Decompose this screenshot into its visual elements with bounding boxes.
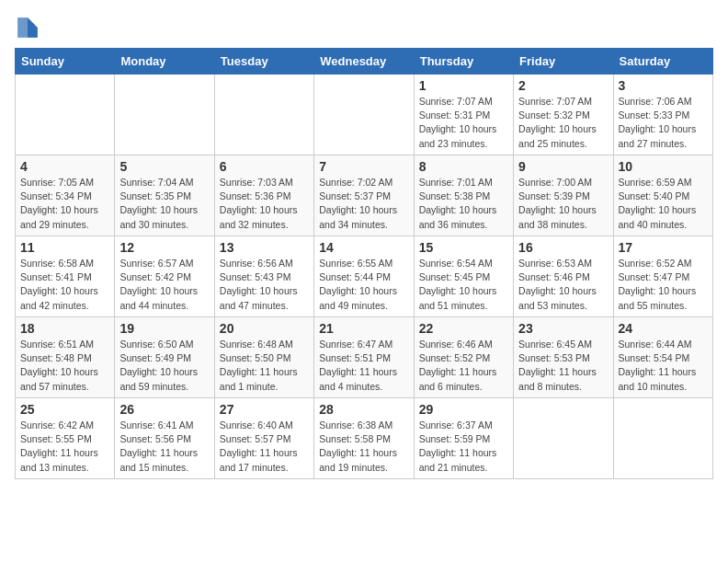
calendar-cell: 14Sunrise: 6:55 AM Sunset: 5:44 PM Dayli… [314, 236, 414, 317]
day-info: Sunrise: 6:51 AM Sunset: 5:48 PM Dayligh… [20, 338, 109, 394]
day-number: 6 [220, 159, 309, 174]
calendar-cell [214, 75, 313, 155]
day-info: Sunrise: 7:06 AM Sunset: 5:33 PM Dayligh… [619, 95, 708, 151]
calendar-cell: 22Sunrise: 6:46 AM Sunset: 5:52 PM Dayli… [414, 317, 513, 398]
calendar-header-row: SundayMondayTuesdayWednesdayThursdayFrid… [16, 49, 713, 75]
day-number: 20 [220, 321, 309, 336]
day-number: 3 [619, 78, 708, 93]
calendar-cell: 4Sunrise: 7:05 AM Sunset: 5:34 PM Daylig… [16, 155, 115, 236]
day-info: Sunrise: 6:58 AM Sunset: 5:41 PM Dayligh… [20, 257, 109, 313]
page-header [15, 15, 713, 40]
weekday-header-wednesday: Wednesday [314, 49, 414, 75]
day-number: 24 [619, 321, 708, 336]
calendar-cell: 10Sunrise: 6:59 AM Sunset: 5:40 PM Dayli… [613, 155, 712, 236]
day-info: Sunrise: 6:37 AM Sunset: 5:59 PM Dayligh… [419, 419, 508, 475]
day-info: Sunrise: 7:00 AM Sunset: 5:39 PM Dayligh… [518, 176, 608, 232]
calendar-week-5: 25Sunrise: 6:42 AM Sunset: 5:55 PM Dayli… [16, 398, 713, 479]
day-number: 2 [518, 78, 608, 93]
day-info: Sunrise: 6:45 AM Sunset: 5:53 PM Dayligh… [518, 338, 608, 394]
day-number: 16 [518, 240, 608, 255]
day-number: 25 [20, 402, 109, 417]
calendar-cell: 15Sunrise: 6:54 AM Sunset: 5:45 PM Dayli… [414, 236, 513, 317]
day-number: 10 [619, 159, 708, 174]
day-number: 9 [518, 159, 608, 174]
day-number: 21 [319, 321, 408, 336]
weekday-header-tuesday: Tuesday [214, 49, 313, 75]
calendar-cell: 21Sunrise: 6:47 AM Sunset: 5:51 PM Dayli… [314, 317, 414, 398]
day-info: Sunrise: 6:55 AM Sunset: 5:44 PM Dayligh… [319, 257, 408, 313]
calendar-cell: 8Sunrise: 7:01 AM Sunset: 5:38 PM Daylig… [414, 155, 513, 236]
day-info: Sunrise: 7:04 AM Sunset: 5:35 PM Dayligh… [119, 176, 209, 232]
calendar-cell: 5Sunrise: 7:04 AM Sunset: 5:35 PM Daylig… [115, 155, 214, 236]
day-number: 12 [119, 240, 209, 255]
day-info: Sunrise: 6:56 AM Sunset: 5:43 PM Dayligh… [220, 257, 309, 313]
day-info: Sunrise: 6:44 AM Sunset: 5:54 PM Dayligh… [619, 338, 708, 394]
calendar-cell [613, 398, 712, 479]
day-info: Sunrise: 6:38 AM Sunset: 5:58 PM Dayligh… [319, 419, 408, 475]
calendar-cell: 11Sunrise: 6:58 AM Sunset: 5:41 PM Dayli… [16, 236, 115, 317]
logo-icon [15, 15, 40, 40]
day-info: Sunrise: 6:59 AM Sunset: 5:40 PM Dayligh… [619, 176, 708, 232]
svg-marker-0 [28, 17, 38, 28]
day-info: Sunrise: 7:07 AM Sunset: 5:31 PM Dayligh… [419, 95, 508, 151]
calendar-cell: 2Sunrise: 7:07 AM Sunset: 5:32 PM Daylig… [514, 75, 613, 155]
day-number: 23 [518, 321, 608, 336]
day-number: 13 [220, 240, 309, 255]
calendar-cell: 18Sunrise: 6:51 AM Sunset: 5:48 PM Dayli… [16, 317, 115, 398]
calendar-cell: 24Sunrise: 6:44 AM Sunset: 5:54 PM Dayli… [613, 317, 712, 398]
calendar-cell [314, 75, 414, 155]
calendar-table: SundayMondayTuesdayWednesdayThursdayFrid… [15, 48, 713, 479]
weekday-header-monday: Monday [115, 49, 214, 75]
day-number: 11 [20, 240, 109, 255]
calendar-cell: 27Sunrise: 6:40 AM Sunset: 5:57 PM Dayli… [214, 398, 313, 479]
calendar-week-1: 1Sunrise: 7:07 AM Sunset: 5:31 PM Daylig… [16, 75, 713, 155]
calendar-week-4: 18Sunrise: 6:51 AM Sunset: 5:48 PM Dayli… [16, 317, 713, 398]
calendar-cell: 7Sunrise: 7:02 AM Sunset: 5:37 PM Daylig… [314, 155, 414, 236]
calendar-cell: 26Sunrise: 6:41 AM Sunset: 5:56 PM Dayli… [115, 398, 214, 479]
day-number: 15 [419, 240, 508, 255]
day-info: Sunrise: 6:47 AM Sunset: 5:51 PM Dayligh… [319, 338, 408, 394]
calendar-cell: 25Sunrise: 6:42 AM Sunset: 5:55 PM Dayli… [16, 398, 115, 479]
calendar-week-2: 4Sunrise: 7:05 AM Sunset: 5:34 PM Daylig… [16, 155, 713, 236]
svg-marker-2 [17, 17, 28, 38]
day-info: Sunrise: 7:02 AM Sunset: 5:37 PM Dayligh… [319, 176, 408, 232]
calendar-cell: 1Sunrise: 7:07 AM Sunset: 5:31 PM Daylig… [414, 75, 513, 155]
calendar-cell: 12Sunrise: 6:57 AM Sunset: 5:42 PM Dayli… [115, 236, 214, 317]
day-info: Sunrise: 6:57 AM Sunset: 5:42 PM Dayligh… [119, 257, 209, 313]
day-number: 27 [220, 402, 309, 417]
calendar-cell: 16Sunrise: 6:53 AM Sunset: 5:46 PM Dayli… [514, 236, 613, 317]
day-number: 18 [20, 321, 109, 336]
day-number: 4 [20, 159, 109, 174]
day-info: Sunrise: 6:52 AM Sunset: 5:47 PM Dayligh… [619, 257, 708, 313]
weekday-header-friday: Friday [514, 49, 613, 75]
day-info: Sunrise: 6:54 AM Sunset: 5:45 PM Dayligh… [419, 257, 508, 313]
day-number: 26 [119, 402, 209, 417]
day-info: Sunrise: 6:41 AM Sunset: 5:56 PM Dayligh… [119, 419, 209, 475]
calendar-cell: 13Sunrise: 6:56 AM Sunset: 5:43 PM Dayli… [214, 236, 313, 317]
calendar-cell: 3Sunrise: 7:06 AM Sunset: 5:33 PM Daylig… [613, 75, 712, 155]
calendar-cell [16, 75, 115, 155]
calendar-week-3: 11Sunrise: 6:58 AM Sunset: 5:41 PM Dayli… [16, 236, 713, 317]
calendar-cell [115, 75, 214, 155]
day-number: 29 [419, 402, 508, 417]
calendar-cell: 17Sunrise: 6:52 AM Sunset: 5:47 PM Dayli… [613, 236, 712, 317]
day-number: 5 [119, 159, 209, 174]
day-info: Sunrise: 6:50 AM Sunset: 5:49 PM Dayligh… [119, 338, 209, 394]
weekday-header-saturday: Saturday [613, 49, 712, 75]
day-number: 28 [319, 402, 408, 417]
day-info: Sunrise: 7:05 AM Sunset: 5:34 PM Dayligh… [20, 176, 109, 232]
calendar-cell: 9Sunrise: 7:00 AM Sunset: 5:39 PM Daylig… [514, 155, 613, 236]
day-number: 22 [419, 321, 508, 336]
calendar-cell: 28Sunrise: 6:38 AM Sunset: 5:58 PM Dayli… [314, 398, 414, 479]
day-info: Sunrise: 6:42 AM Sunset: 5:55 PM Dayligh… [20, 419, 109, 475]
calendar-cell: 19Sunrise: 6:50 AM Sunset: 5:49 PM Dayli… [115, 317, 214, 398]
day-info: Sunrise: 6:48 AM Sunset: 5:50 PM Dayligh… [220, 338, 309, 394]
day-number: 1 [419, 78, 508, 93]
day-info: Sunrise: 7:03 AM Sunset: 5:36 PM Dayligh… [220, 176, 309, 232]
day-number: 7 [319, 159, 408, 174]
calendar-cell: 20Sunrise: 6:48 AM Sunset: 5:50 PM Dayli… [214, 317, 313, 398]
calendar-cell: 6Sunrise: 7:03 AM Sunset: 5:36 PM Daylig… [214, 155, 313, 236]
svg-marker-1 [28, 28, 38, 38]
weekday-header-sunday: Sunday [16, 49, 115, 75]
weekday-header-thursday: Thursday [414, 49, 513, 75]
